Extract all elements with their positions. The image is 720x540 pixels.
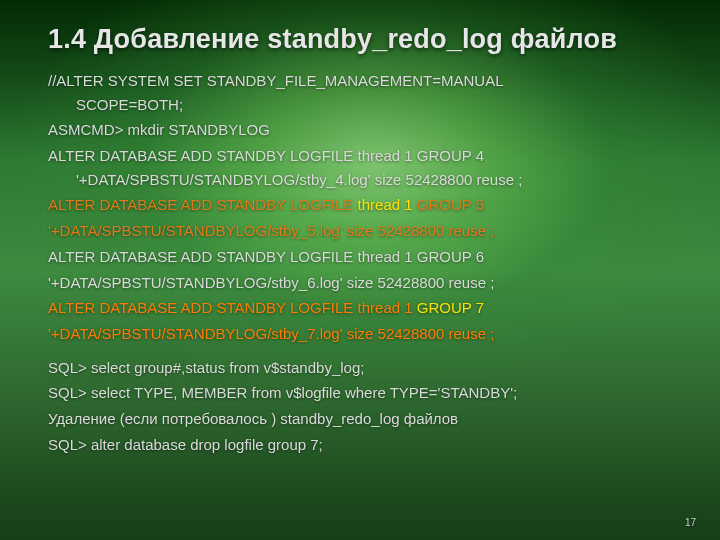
code-line: '+DATA/SPBSTU/STANDBYLOG/stby_5.log' siz… [48, 219, 680, 243]
code-line: ASMCMD> mkdir STANDBYLOG [48, 118, 680, 142]
text: '+DATA/SPBSTU/STANDBYLOG/stby_4.log' siz… [48, 168, 680, 192]
code-line: '+DATA/SPBSTU/STANDBYLOG/stby_6.log' siz… [48, 271, 680, 295]
code-line: Удаление (если потребовалось ) standby_r… [48, 407, 680, 431]
text: ALTER DATABASE ADD STANDBY LOGFILE [48, 299, 358, 316]
code-line: '+DATA/SPBSTU/STANDBYLOG/stby_7.log' siz… [48, 322, 680, 346]
text: ALTER DATABASE ADD STANDBY LOGFILE threa… [48, 147, 484, 164]
code-line: ALTER DATABASE ADD STANDBY LOGFILE threa… [48, 193, 680, 217]
code-line: SQL> select group#,status from v$standby… [48, 356, 680, 380]
slide: 1.4 Добавление standby_redo_log файлов /… [0, 0, 720, 540]
code-line: ALTER DATABASE ADD STANDBY LOGFILE threa… [48, 144, 680, 191]
text: GROUP 5 [413, 196, 484, 213]
text: //ALTER SYSTEM SET STANDBY_FILE_MANAGEME… [48, 72, 504, 89]
spacer [48, 348, 680, 356]
code-line: SQL> select TYPE, MEMBER from v$logfile … [48, 381, 680, 405]
text-highlight: thread 1 [358, 196, 413, 213]
code-line: ALTER DATABASE ADD STANDBY LOGFILE threa… [48, 296, 680, 320]
text: ALTER DATABASE ADD STANDBY LOGFILE [48, 196, 358, 213]
text: thread 1 [358, 299, 417, 316]
text-highlight: GROUP 7 [417, 299, 484, 316]
page-number: 17 [685, 517, 696, 528]
code-line: ALTER DATABASE ADD STANDBY LOGFILE threa… [48, 245, 680, 269]
slide-title: 1.4 Добавление standby_redo_log файлов [48, 24, 680, 55]
slide-body: //ALTER SYSTEM SET STANDBY_FILE_MANAGEME… [48, 69, 680, 456]
code-line: //ALTER SYSTEM SET STANDBY_FILE_MANAGEME… [48, 69, 680, 116]
text: SCOPE=BOTH; [48, 93, 680, 117]
code-line: SQL> alter database drop logfile group 7… [48, 433, 680, 457]
